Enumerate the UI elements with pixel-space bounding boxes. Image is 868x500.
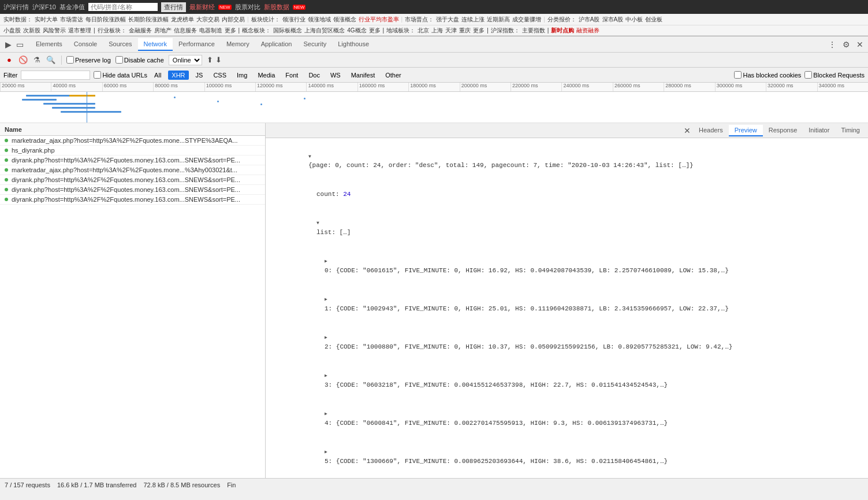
nav-item-electric[interactable]: 电器制造	[199, 27, 222, 35]
tab-response[interactable]: Response	[763, 125, 803, 136]
nav-item-small-cap[interactable]: 小盘股	[3, 27, 21, 35]
nav-item-dragon-tiger[interactable]: 龙虎榜单	[171, 16, 194, 24]
tree-toggle-item3[interactable]	[325, 371, 331, 380]
close-devtools-icon[interactable]: ✕	[854, 39, 866, 50]
nav-item-continuous-rise[interactable]: 连续上涨	[461, 16, 485, 24]
filter-css-btn[interactable]: CSS	[210, 71, 230, 80]
request-row[interactable]: marketradar_ajax.php?host=http%3A%2F%2Fq…	[0, 165, 265, 175]
nav-item-insider[interactable]: 内部交易	[222, 16, 245, 24]
filter-doc-btn[interactable]: Doc	[305, 71, 323, 80]
nav-item-finance[interactable]: 金融服务	[129, 27, 152, 35]
preserve-log-input[interactable]	[66, 56, 74, 64]
more-icon[interactable]: ⋮	[826, 39, 838, 50]
nav-item-realestate[interactable]: 房地产	[154, 27, 172, 35]
tab-headers[interactable]: Headers	[693, 125, 729, 136]
nav-item-leading-region[interactable]: 领涨地域	[308, 16, 331, 24]
disable-cache-input[interactable]	[116, 56, 123, 64]
request-row[interactable]: diyrank.php?host=http%3A%2F%2Fquotes.mon…	[0, 185, 265, 195]
throttle-select[interactable]: Online	[169, 55, 202, 65]
tab-lighthouse[interactable]: Lighthouse	[332, 38, 375, 51]
nav-link-xinggushuju[interactable]: 新股数据	[264, 3, 289, 12]
nav-item-more-concept[interactable]: 更多	[369, 27, 381, 35]
nav-item-beijing[interactable]: 北京	[418, 27, 429, 35]
request-row[interactable]: marketradar_ajax.php?host=http%3A%2F%2Fq…	[0, 136, 265, 146]
tree-toggle-item4[interactable]	[325, 409, 331, 418]
blocked-requests-checkbox[interactable]: Blocked Requests	[804, 71, 865, 79]
nav-item-block-trade[interactable]: 大宗交易	[196, 16, 219, 24]
nav-item-more-industry[interactable]: 更多	[225, 27, 236, 35]
nav-item-margin-trading[interactable]: 融资融券	[576, 27, 599, 35]
nav-item-market-radar[interactable]: 市场雷达	[60, 16, 83, 24]
clear-button[interactable]: 🚫	[17, 54, 29, 66]
filter-font-btn[interactable]: Font	[282, 71, 301, 80]
nav-item-tianjin[interactable]: 天津	[445, 27, 457, 35]
nav-item-growth[interactable]: 创业板	[645, 16, 662, 24]
device-icon[interactable]: ▭	[14, 39, 25, 50]
request-row[interactable]: diyrank.php?host=http%3A%2F%2Fquotes.mon…	[0, 175, 265, 185]
nav-link-jijinjingzhi[interactable]: 基金净值	[59, 3, 85, 12]
nav-item-long-rise-fall[interactable]: 长期阶段涨跌幅	[128, 16, 169, 24]
nav-item-main-index[interactable]: 主要指数	[522, 27, 545, 35]
tab-timing[interactable]: Timing	[835, 125, 866, 136]
nav-item-risk-warning[interactable]: 风险警示	[43, 27, 66, 35]
tree-toggle-root[interactable]	[308, 151, 315, 161]
nav-item-new-time[interactable]: 新时点购	[551, 27, 574, 35]
filter-xhr-btn[interactable]: XHR	[168, 71, 188, 80]
filter-ws-btn[interactable]: WS	[327, 71, 344, 80]
tab-security[interactable]: Security	[297, 38, 332, 51]
search-icon-btn[interactable]: 🔍	[45, 54, 57, 66]
nav-item-shenzhen-a[interactable]: 深市A股	[602, 16, 624, 24]
has-blocked-cookies-checkbox[interactable]: Has blocked cookies	[734, 71, 801, 79]
record-button[interactable]: ●	[3, 54, 15, 66]
nav-item-chongqing[interactable]: 重庆	[459, 27, 471, 35]
nav-link-gupiaodubi[interactable]: 股票对比	[235, 3, 260, 12]
blocked-requests-input[interactable]	[804, 71, 812, 79]
filter-manifest-btn[interactable]: Manifest	[348, 71, 379, 80]
nav-link-zuixincaijing[interactable]: 最新财经	[189, 3, 215, 12]
nav-item-shanghai-ftz[interactable]: 上海自贸区概念	[304, 27, 345, 35]
nav-item-shanghai[interactable]: 上海	[431, 27, 443, 35]
nav-item-strong-market[interactable]: 强于大盘	[436, 16, 459, 24]
tree-toggle-item0[interactable]	[325, 256, 331, 266]
request-row[interactable]: hs_diyrank.php	[0, 146, 265, 155]
import-button[interactable]: ⬆	[207, 55, 213, 64]
nav-item-new-stock[interactable]: 次新股	[23, 27, 40, 35]
nav-item-delisting[interactable]: 退市整理	[68, 27, 91, 35]
close-detail-button[interactable]: ✕	[681, 125, 693, 136]
tab-network[interactable]: Network	[138, 38, 173, 51]
tab-sources[interactable]: Sources	[103, 38, 137, 51]
nav-item-leading-industry[interactable]: 领涨行业	[282, 16, 306, 24]
nav-item-realtime-bigorder[interactable]: 实时大单	[35, 16, 58, 24]
tree-toggle-item5[interactable]	[325, 447, 331, 457]
nav-item-intl-concept[interactable]: 国际板概念	[273, 27, 302, 35]
request-row[interactable]: diyrank.php?host=http%3A%2F%2Fquotes.mon…	[0, 155, 265, 165]
nav-item-shanghai-a[interactable]: 沪市A股	[579, 16, 600, 24]
tab-application[interactable]: Application	[255, 38, 298, 51]
filter-img-btn[interactable]: Img	[233, 71, 251, 80]
nav-item-leading-concept[interactable]: 领涨概念	[333, 16, 356, 24]
request-row[interactable]: diyrank.php?host=http%3A%2F%2Fquotes.mon…	[0, 195, 265, 205]
filter-all-btn[interactable]: All	[151, 71, 165, 80]
tab-performance[interactable]: Performance	[173, 38, 221, 51]
tree-toggle-item1[interactable]	[325, 294, 331, 304]
hide-data-urls-input[interactable]	[94, 71, 101, 79]
filter-input[interactable]	[21, 71, 90, 80]
nav-item-industry-pe[interactable]: 行业平均市盈率	[359, 16, 399, 24]
tab-memory[interactable]: Memory	[221, 38, 255, 51]
tab-elements[interactable]: Elements	[30, 38, 68, 51]
nav-item-infoservice[interactable]: 信息服务	[174, 27, 197, 35]
nav-item-sme[interactable]: 中小板	[625, 16, 643, 24]
nav-link-hushenf10[interactable]: 沪深F10	[32, 3, 56, 12]
tab-preview[interactable]: Preview	[729, 125, 763, 136]
filter-other-btn[interactable]: Other	[382, 71, 405, 80]
hide-data-urls-checkbox[interactable]: Hide data URLs	[94, 71, 147, 79]
nav-item-more-region[interactable]: 更多	[473, 27, 485, 35]
settings-icon[interactable]: ⚙	[840, 39, 852, 50]
search-input[interactable]	[88, 3, 158, 11]
has-blocked-cookies-input[interactable]	[734, 71, 742, 79]
tab-console[interactable]: Console	[68, 38, 103, 51]
tab-initiator[interactable]: Initiator	[803, 125, 835, 136]
search-button[interactable]: 查行情	[161, 2, 186, 12]
filter-icon-btn[interactable]: ⚗	[31, 54, 43, 66]
nav-item-volume-surge[interactable]: 成交量骤增	[512, 16, 541, 24]
